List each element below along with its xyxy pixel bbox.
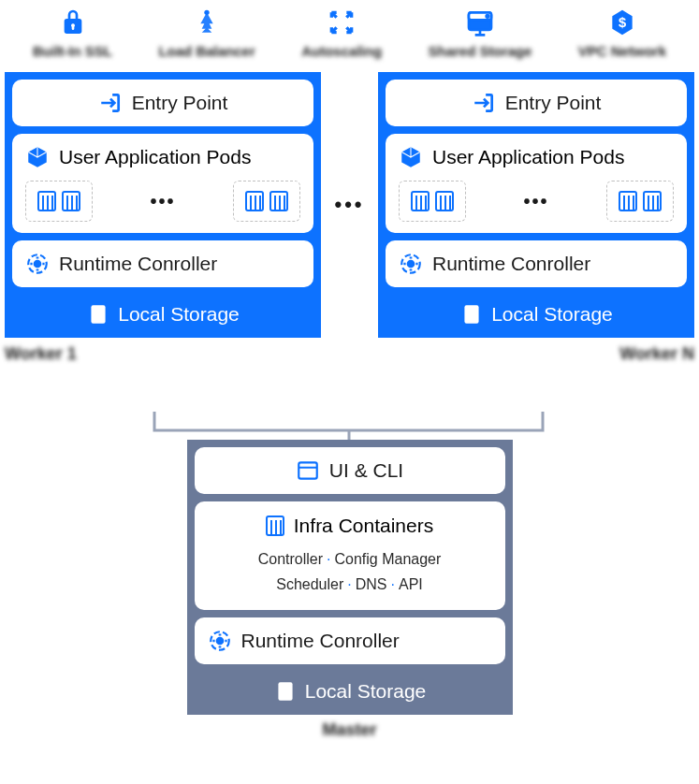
svg-point-12 bbox=[408, 261, 415, 268]
svg-point-7 bbox=[35, 261, 41, 268]
window-icon bbox=[296, 458, 320, 483]
balancer-icon bbox=[192, 7, 222, 37]
pods-card: User Application Pods ••• bbox=[12, 134, 313, 233]
entry-icon bbox=[472, 91, 496, 115]
ui-cli-label: UI & CLI bbox=[329, 459, 403, 482]
feature-storage: Shared Storage bbox=[428, 7, 532, 59]
feature-autoscale: Autoscaling bbox=[301, 7, 382, 59]
storage-icon bbox=[465, 7, 495, 37]
pod-group bbox=[606, 181, 674, 222]
pods-title: User Application Pods bbox=[59, 146, 251, 168]
pod-group bbox=[399, 181, 466, 222]
pods-row: ••• bbox=[399, 181, 674, 222]
pods-title: User Application Pods bbox=[432, 146, 624, 168]
feature-label: Shared Storage bbox=[428, 43, 532, 59]
pods-row: ••• bbox=[25, 181, 300, 222]
worker-box-n: Entry Point User Application Pods ••• Ru… bbox=[378, 72, 694, 338]
feature-network: $ VPC Network bbox=[578, 7, 666, 59]
gear-cycle-icon bbox=[25, 252, 50, 276]
runtime-card: Runtime Conroller bbox=[386, 240, 687, 287]
local-storage-label: Local Storage bbox=[305, 680, 427, 703]
worker-ellipsis: ••• bbox=[334, 193, 364, 217]
pod-group bbox=[25, 181, 93, 222]
entry-point-label: Entry Point bbox=[505, 92, 602, 114]
ui-cli-card: UI & CLI bbox=[195, 447, 505, 494]
svg-rect-19 bbox=[278, 683, 292, 702]
container-icon bbox=[266, 515, 284, 536]
svg-rect-10 bbox=[96, 317, 100, 319]
top-features-row: Built-In SSL Load Balancer Autoscaling S… bbox=[0, 0, 699, 59]
svg-point-0 bbox=[204, 10, 209, 15]
svg-point-14 bbox=[470, 310, 473, 313]
pod-icon bbox=[245, 191, 264, 211]
feature-balancer: Load Balancer bbox=[158, 7, 255, 59]
svg-rect-13 bbox=[465, 305, 479, 324]
pod-group bbox=[233, 181, 300, 222]
feature-label: VPC Network bbox=[578, 43, 666, 59]
local-storage-row: Local Storage bbox=[386, 295, 687, 330]
pod-ellipsis: ••• bbox=[150, 191, 175, 212]
runtime-label: Runtime Conroller bbox=[241, 630, 400, 652]
pod-icon bbox=[619, 191, 637, 211]
infra-title: Infra Containers bbox=[294, 515, 433, 537]
runtime-card: Runtime Conroller bbox=[12, 240, 313, 287]
worker-1-label: Worker 1 bbox=[5, 344, 77, 364]
infra-card: Infra Containers Controller·Config Manag… bbox=[195, 501, 505, 610]
entry-point-card: Entry Point bbox=[386, 80, 687, 126]
infra-list: Controller·Config Manager Scheduler·DNS·… bbox=[208, 546, 492, 597]
pod-icon bbox=[62, 191, 80, 211]
pod-icon bbox=[643, 191, 662, 211]
workers-row: Entry Point User Application Pods ••• Ru… bbox=[0, 72, 699, 338]
gear-cycle-icon bbox=[399, 252, 423, 276]
lock-icon bbox=[58, 7, 88, 37]
pod-icon bbox=[269, 191, 288, 211]
entry-icon bbox=[98, 91, 123, 115]
entry-point-label: Entry Point bbox=[132, 92, 228, 114]
local-storage-label: Local Storage bbox=[118, 303, 240, 326]
svg-text:$: $ bbox=[619, 15, 626, 30]
entry-point-card: Entry Point bbox=[12, 80, 313, 126]
feature-ssl: Built-In SSL bbox=[33, 7, 112, 59]
local-storage-row: Local Storage bbox=[195, 672, 505, 707]
pod-icon bbox=[37, 191, 56, 211]
pod-icon bbox=[435, 191, 454, 211]
local-storage-row: Local Storage bbox=[12, 295, 313, 330]
runtime-card: Runtime Conroller bbox=[195, 617, 505, 664]
pods-card: User Application Pods ••• bbox=[386, 134, 687, 233]
master-label: Master bbox=[187, 720, 513, 740]
runtime-label: Runtime Conroller bbox=[59, 253, 217, 275]
disk-icon bbox=[459, 302, 484, 327]
box-icon bbox=[25, 145, 50, 169]
svg-point-9 bbox=[96, 310, 100, 313]
svg-rect-8 bbox=[92, 305, 106, 324]
svg-point-3 bbox=[487, 15, 489, 18]
pod-ellipsis: ••• bbox=[523, 191, 548, 212]
svg-rect-21 bbox=[284, 695, 287, 697]
svg-point-20 bbox=[284, 687, 287, 690]
worker-box-1: Entry Point User Application Pods ••• Ru… bbox=[5, 72, 321, 338]
worker-n-label: Worker N bbox=[619, 344, 694, 364]
feature-label: Autoscaling bbox=[301, 43, 382, 59]
feature-label: Load Balancer bbox=[158, 43, 255, 59]
svg-rect-15 bbox=[470, 317, 473, 319]
network-icon: $ bbox=[607, 7, 637, 37]
autoscale-icon bbox=[327, 7, 357, 37]
master-box: UI & CLI Infra Containers Controller·Con… bbox=[187, 440, 513, 715]
gear-cycle-icon bbox=[208, 629, 232, 653]
master-container: UI & CLI Infra Containers Controller·Con… bbox=[187, 440, 513, 740]
box-icon bbox=[399, 145, 423, 169]
local-storage-label: Local Storage bbox=[491, 303, 613, 326]
pod-icon bbox=[411, 191, 430, 211]
disk-icon bbox=[86, 302, 110, 327]
feature-label: Built-In SSL bbox=[33, 43, 112, 59]
disk-icon bbox=[273, 679, 298, 704]
svg-point-18 bbox=[216, 638, 223, 645]
runtime-label: Runtime Conroller bbox=[432, 253, 590, 275]
